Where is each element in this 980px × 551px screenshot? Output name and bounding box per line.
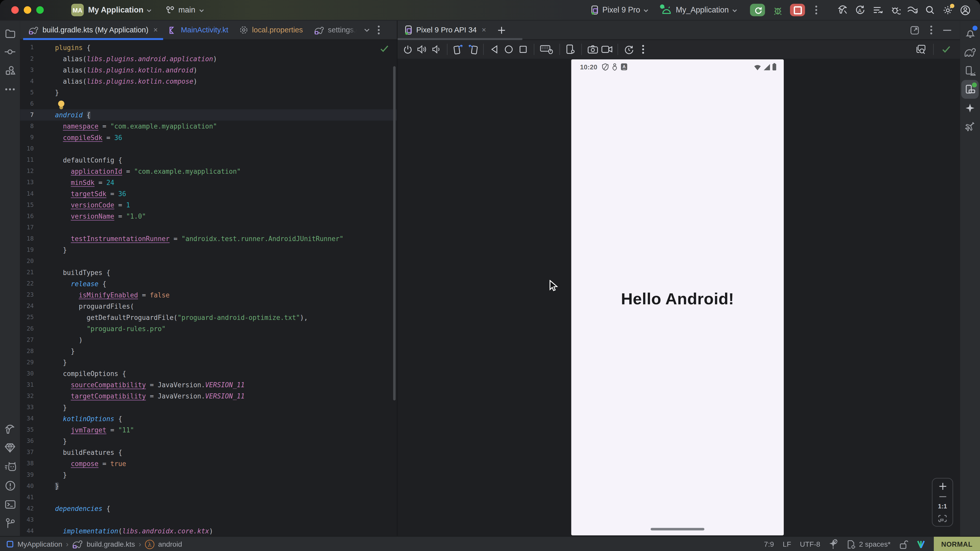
build-button[interactable]	[834, 3, 851, 17]
code-line[interactable]: 40}	[20, 480, 397, 492]
code-line[interactable]: 12 applicationId = "com.example.myapplic…	[20, 165, 397, 177]
code-line[interactable]: 36 }	[20, 435, 397, 447]
code-line[interactable]: 14 targetSdk = 36	[20, 188, 397, 199]
code-line[interactable]: 26 "proguard-rules.pro"	[20, 323, 397, 334]
tool-terminal[interactable]	[1, 495, 19, 513]
tool-app-insights-plane[interactable]	[961, 118, 979, 136]
code-line[interactable]: 3 alias(libs.plugins.kotlin.android)	[20, 64, 397, 76]
inspection-ok-icon[interactable]	[380, 45, 389, 52]
code-line[interactable]: 22 release {	[20, 278, 397, 289]
navigation-pill[interactable]	[651, 528, 704, 530]
tool-more[interactable]	[1, 80, 19, 98]
tool-version-control[interactable]	[1, 513, 19, 532]
screenshot-icon[interactable]	[586, 43, 599, 56]
code-line[interactable]: 33 }	[20, 402, 397, 413]
rotate-left-icon[interactable]	[452, 43, 465, 56]
debug-button[interactable]	[769, 3, 786, 17]
volume-down-icon[interactable]	[430, 43, 442, 56]
actual-size-button[interactable]: 1:1	[938, 503, 947, 510]
project-widget[interactable]: MA My Application	[71, 4, 152, 16]
code-line[interactable]: 32 targetCompatibility = JavaVersion.VER…	[20, 391, 397, 402]
code-line[interactable]: 13 minSdk = 24	[20, 177, 397, 188]
tool-logcat[interactable]	[1, 457, 19, 476]
editor-scrollbar[interactable]	[393, 66, 396, 400]
hide-panel-icon[interactable]	[943, 29, 951, 31]
code-line[interactable]: 44 implementation(libs.androidx.core.ktx…	[20, 526, 397, 536]
code-line[interactable]: 41	[20, 492, 397, 503]
code-line[interactable]: 37 buildFeatures {	[20, 447, 397, 458]
code-line[interactable]: 7android {	[20, 110, 397, 121]
code-line[interactable]: 39 }	[20, 469, 397, 480]
code-line[interactable]: 25 getDefaultProguardFile("proguard-andr…	[20, 312, 397, 323]
home-icon[interactable]	[503, 43, 515, 56]
vcs-branch-widget[interactable]: main	[166, 5, 204, 15]
open-in-window-icon[interactable]	[910, 25, 920, 35]
code-line[interactable]: 2 alias(libs.plugins.android.application…	[20, 53, 397, 64]
code-line[interactable]: 9 compileSdk = 36	[20, 132, 397, 143]
tab-local-properties[interactable]: local.properties	[234, 21, 308, 39]
tool-notifications[interactable]	[961, 24, 979, 42]
tabs-more-kebab-icon[interactable]	[377, 25, 380, 35]
virtual-input-icon[interactable]	[539, 43, 555, 56]
overview-icon[interactable]	[517, 43, 529, 56]
code-line[interactable]: 38 compose = true	[20, 458, 397, 469]
zoom-in-button[interactable]	[939, 483, 947, 491]
back-icon[interactable]	[488, 43, 501, 56]
breadcrumb-item[interactable]: build.gradle.kts	[86, 540, 135, 548]
breadcrumb-item[interactable]: android	[158, 540, 182, 548]
code-line[interactable]: 19 }	[20, 245, 397, 256]
close-tab-icon[interactable]: ×	[153, 25, 158, 34]
code-line[interactable]: 6	[20, 98, 397, 109]
tab-build-gradle[interactable]: build.gradle.kts (My Application) ×	[23, 21, 164, 39]
code-line[interactable]: 20	[20, 256, 397, 267]
zoom-window-button[interactable]	[36, 6, 44, 14]
code-line[interactable]: 17	[20, 222, 397, 233]
tool-commit[interactable]	[1, 43, 19, 61]
rerun-button[interactable]	[750, 4, 765, 16]
code-line[interactable]: 8 namespace = "com.example.myapplication…	[20, 121, 397, 132]
caret-position[interactable]: 7:9	[764, 540, 774, 548]
code-line[interactable]: 31 sourceCompatibility = JavaVersion.VER…	[20, 380, 397, 391]
search-everywhere-button[interactable]	[921, 3, 939, 17]
code-line[interactable]: 27 )	[20, 334, 397, 345]
code-line[interactable]: 43	[20, 514, 397, 526]
settings-button[interactable]	[939, 3, 956, 17]
minimize-window-button[interactable]	[24, 6, 31, 14]
snapshots-icon[interactable]	[622, 43, 635, 56]
code-line[interactable]: 15 versionCode = 1	[20, 199, 397, 210]
code-line[interactable]: 23 isMinifyEnabled = false	[20, 289, 397, 300]
tool-project[interactable]	[1, 24, 19, 42]
screen-record-icon[interactable]	[600, 43, 613, 56]
device-screen[interactable]: 10:20 A Hello Android!	[571, 59, 784, 535]
code-line[interactable]: 16 versionName = "1.0"	[20, 210, 397, 222]
tabs-chevron-down-icon[interactable]	[363, 28, 369, 32]
close-window-button[interactable]	[11, 6, 19, 14]
code-line[interactable]: 29 }	[20, 357, 397, 368]
close-tab-icon[interactable]: ×	[482, 25, 486, 34]
code-line[interactable]: 5}	[20, 87, 397, 98]
code-line[interactable]: 42dependencies {	[20, 503, 397, 514]
breadcrumb-item[interactable]: MyApplication	[18, 540, 62, 548]
code-line[interactable]: 24 proguardFiles(	[20, 300, 397, 312]
tool-app-quality-insights[interactable]	[1, 438, 19, 457]
tool-device-manager[interactable]	[961, 61, 979, 80]
tab-emulator-device[interactable]: Pixel 9 Pro API 34 ×	[399, 21, 492, 39]
run-configuration-selector[interactable]: My_Application	[662, 6, 738, 14]
tool-gemini[interactable]	[961, 99, 979, 118]
indent-widget[interactable]: 2 spaces*	[846, 540, 891, 549]
account-button[interactable]	[956, 3, 974, 17]
code-line[interactable]: 30 compileOptions {	[20, 368, 397, 379]
tool-problems[interactable]	[1, 476, 19, 495]
code-line[interactable]: 21 buildTypes {	[20, 267, 397, 278]
code-assist-button[interactable]: A	[851, 3, 869, 17]
more-run-actions-button[interactable]	[808, 3, 825, 17]
vim-plugin-icon[interactable]	[917, 540, 925, 548]
code-line[interactable]: 10	[20, 143, 397, 154]
code-line[interactable]: 18 testInstrumentationRunner = "androidx…	[20, 233, 397, 244]
update-branches-button[interactable]	[904, 3, 921, 17]
code-line[interactable]: 35 jvmTarget = "11"	[20, 424, 397, 435]
volume-up-icon[interactable]	[416, 43, 428, 56]
device-selector[interactable]: Pixel 9 Pro	[590, 5, 649, 15]
stop-button[interactable]	[790, 4, 805, 16]
code-line[interactable]: 1plugins {	[20, 42, 397, 53]
